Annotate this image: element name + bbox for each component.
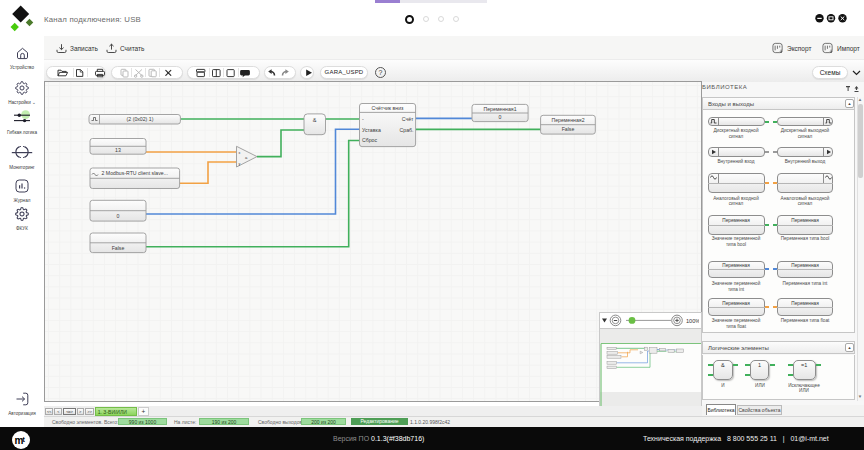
svg-text:-: - — [362, 116, 364, 122]
svg-text:Счётчик вниз: Счётчик вниз — [372, 105, 404, 111]
svg-text:Переменная2: Переменная2 — [551, 117, 584, 123]
svg-text:False: False — [562, 126, 575, 132]
svg-text:2 Modbus-RTU client slave...: 2 Modbus-RTU client slave... — [102, 170, 169, 176]
svg-text:False: False — [112, 245, 125, 251]
svg-text:Сброс: Сброс — [362, 137, 377, 143]
svg-text:13: 13 — [115, 147, 121, 153]
svg-text:&: & — [313, 117, 317, 123]
svg-text:Счёт: Счёт — [402, 116, 414, 122]
svg-text:Уставка: Уставка — [362, 127, 381, 133]
svg-text:0: 0 — [499, 114, 502, 120]
svg-text:x: x — [239, 151, 241, 155]
svg-text:Переменная1: Переменная1 — [483, 106, 516, 112]
svg-text:0: 0 — [117, 213, 120, 219]
svg-text:y: y — [239, 162, 241, 166]
svg-text:Сраб.: Сраб. — [400, 127, 414, 133]
svg-text:(2 (0x02) 1): (2 (0x02) 1) — [127, 116, 154, 122]
svg-text:100%: 100% — [686, 318, 699, 324]
